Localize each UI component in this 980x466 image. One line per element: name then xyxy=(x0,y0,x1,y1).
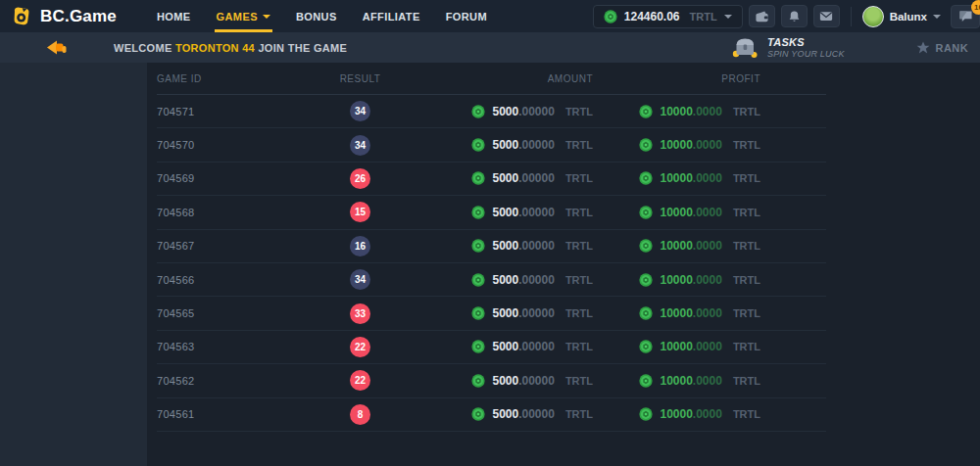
menu-item-bonus[interactable]: BONUS xyxy=(283,0,350,32)
menu-item-forum[interactable]: FORUM xyxy=(433,0,500,32)
table-row[interactable]: 704570 34 5000.00000 TRTL 10000.0000 TRT… xyxy=(157,128,826,162)
trtl-coin-icon xyxy=(639,374,653,388)
table-row[interactable]: 704561 8 5000.00000 TRTL 10000.0000 TRTL xyxy=(157,398,826,432)
currency-label: TRTL xyxy=(565,274,593,286)
currency-label: TRTL xyxy=(565,408,593,420)
table-row[interactable]: 704569 26 5000.00000 TRTL 10000.0000 TRT… xyxy=(157,163,826,196)
result-cell: 26 xyxy=(304,168,416,189)
result-cell: 16 xyxy=(304,236,416,256)
trtl-coin-icon xyxy=(471,239,485,253)
currency-label: TRTL xyxy=(733,172,760,184)
amount-cell: 5000.00000 TRTL xyxy=(416,105,593,118)
amount-cell: 5000.00000 TRTL xyxy=(416,239,593,253)
table-row[interactable]: 704563 22 5000.00000 TRTL 10000.0000 TRT… xyxy=(157,331,826,364)
table-header-row: GAME ID RESULT AMOUNT PROFIT xyxy=(157,63,826,95)
profit-cell: 10000.0000 TRTL xyxy=(593,340,826,353)
chat-bubble-icon xyxy=(958,10,973,23)
navbar-right: 124460.06 TRTL xyxy=(593,5,980,28)
trtl-coin-icon xyxy=(639,138,653,152)
trtl-coin-icon xyxy=(639,171,653,185)
avatar xyxy=(862,6,884,27)
trtl-coin-icon xyxy=(471,273,485,287)
currency-label: TRTL xyxy=(565,341,593,352)
amount-cell: 5000.00000 TRTL xyxy=(416,407,593,421)
currency-label: TRTL xyxy=(733,274,760,286)
balance-currency: TRTL xyxy=(690,11,717,23)
menu-item-games[interactable]: GAMES xyxy=(204,0,283,32)
user-menu[interactable]: Balunx xyxy=(862,6,941,27)
profit-cell: 10000.0000 TRTL xyxy=(593,105,826,118)
result-badge: 33 xyxy=(350,303,370,324)
game-id-cell: 704563 xyxy=(157,341,304,352)
brand-logo[interactable]: BC.Game xyxy=(10,5,117,27)
mail-icon xyxy=(819,11,833,22)
menu-item-affiliate[interactable]: AFFILIATE xyxy=(350,0,433,32)
currency-label: TRTL xyxy=(565,172,593,184)
table-row[interactable]: 704571 34 5000.00000 TRTL 10000.0000 TRT… xyxy=(157,95,826,128)
profit-cell: 10000.0000 TRTL xyxy=(593,138,826,152)
announcement-bar: WELCOME TORONTON 44 JOIN THE GAME TASKS … xyxy=(0,32,980,63)
trtl-coin-icon xyxy=(604,10,617,23)
game-id-cell: 704569 xyxy=(157,172,304,184)
balance-selector[interactable]: 124460.06 TRTL xyxy=(593,5,743,28)
col-header-game-id: GAME ID xyxy=(157,73,304,84)
amount-cell: 5000.00000 TRTL xyxy=(416,374,593,388)
currency-label: TRTL xyxy=(565,240,593,252)
currency-label: TRTL xyxy=(565,307,593,319)
game-id-cell: 704571 xyxy=(157,106,304,117)
game-id-cell: 704562 xyxy=(157,375,304,387)
result-cell: 33 xyxy=(304,303,416,324)
top-navbar: BC.Game HOME GAMES BONUS AFFILIATE FORUM… xyxy=(0,0,980,32)
game-id-cell: 704567 xyxy=(157,240,304,252)
trtl-coin-icon xyxy=(471,407,485,421)
trtl-coin-icon xyxy=(471,340,485,353)
amount-cell: 5000.00000 TRTL xyxy=(416,138,593,152)
menu-item-home[interactable]: HOME xyxy=(144,0,204,32)
result-badge: 22 xyxy=(350,370,370,391)
megaphone-icon xyxy=(46,39,69,56)
currency-label: TRTL xyxy=(733,375,760,387)
profit-cell: 10000.0000 TRTL xyxy=(593,239,826,253)
bet-history-table: GAME ID RESULT AMOUNT PROFIT 704571 34 5… xyxy=(157,63,826,432)
amount-cell: 5000.00000 TRTL xyxy=(416,306,593,320)
result-badge: 34 xyxy=(350,269,370,290)
table-row[interactable]: 704562 22 5000.00000 TRTL 10000.0000 TRT… xyxy=(157,364,826,397)
trtl-coin-icon xyxy=(471,138,485,152)
trtl-coin-icon xyxy=(471,306,485,320)
trtl-coin-icon xyxy=(639,105,653,118)
star-icon xyxy=(915,40,931,55)
wallet-button[interactable] xyxy=(749,5,775,27)
currency-label: TRTL xyxy=(733,106,760,117)
game-id-cell: 704565 xyxy=(157,307,304,319)
chevron-down-icon xyxy=(724,15,732,19)
messages-button[interactable] xyxy=(813,5,840,27)
result-cell: 8 xyxy=(304,404,416,425)
chat-button[interactable]: 10 xyxy=(951,5,980,28)
table-row[interactable]: 704567 16 5000.00000 TRTL 10000.0000 TRT… xyxy=(157,230,826,263)
currency-label: TRTL xyxy=(733,341,760,352)
main-menu: HOME GAMES BONUS AFFILIATE FORUM xyxy=(144,0,500,32)
game-id-cell: 704570 xyxy=(157,139,304,151)
table-row[interactable]: 704568 15 5000.00000 TRTL 10000.0000 TRT… xyxy=(157,196,826,229)
bell-icon xyxy=(788,10,801,23)
result-cell: 22 xyxy=(304,370,416,391)
result-badge: 15 xyxy=(350,202,370,222)
chat-unread-badge: 10 xyxy=(971,0,980,15)
profit-cell: 10000.0000 TRTL xyxy=(593,306,826,320)
username: Balunx xyxy=(890,11,927,23)
rank-widget[interactable]: RANK xyxy=(915,40,968,55)
tasks-subtitle: SPIN YOUR LUCK xyxy=(767,49,845,59)
profit-cell: 10000.0000 TRTL xyxy=(593,171,826,185)
table-row[interactable]: 704565 33 5000.00000 TRTL 10000.0000 TRT… xyxy=(157,297,826,330)
notifications-button[interactable] xyxy=(781,5,808,27)
table-row[interactable]: 704566 34 5000.00000 TRTL 10000.0000 TRT… xyxy=(157,263,826,297)
trtl-coin-icon xyxy=(639,206,653,219)
tasks-widget[interactable]: TASKS SPIN YOUR LUCK xyxy=(732,36,845,59)
profit-cell: 10000.0000 TRTL xyxy=(593,374,826,388)
result-badge: 16 xyxy=(350,236,370,256)
currency-label: TRTL xyxy=(733,307,760,319)
currency-label: TRTL xyxy=(565,106,593,117)
profit-cell: 10000.0000 TRTL xyxy=(593,206,826,219)
welcome-message: WELCOME TORONTON 44 JOIN THE GAME xyxy=(114,42,347,54)
col-header-profit: PROFIT xyxy=(593,73,826,84)
